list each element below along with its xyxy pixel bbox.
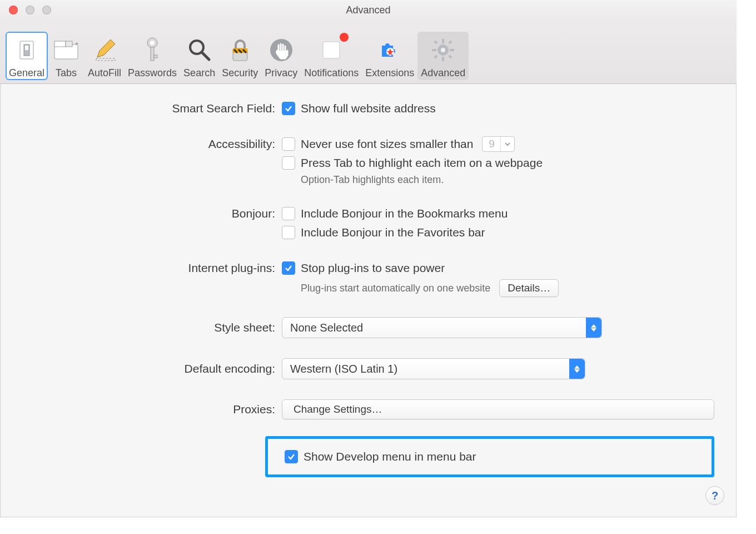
develop-menu-highlight: Show Develop menu in menu bar xyxy=(265,436,714,477)
bonjour-favorites-label: Include Bonjour in the Favorites bar xyxy=(301,225,485,240)
press-tab-checkbox[interactable] xyxy=(282,156,295,170)
min-font-size-checkbox[interactable] xyxy=(282,137,295,151)
min-font-size-stepper[interactable]: 9 xyxy=(482,136,515,152)
tabs-icon: + xyxy=(51,35,81,65)
toolbar-label: Privacy xyxy=(265,67,297,79)
advanced-pane: Smart Search Field: Show full website ad… xyxy=(0,84,737,504)
svg-rect-2 xyxy=(25,46,28,50)
svg-rect-21 xyxy=(323,42,340,58)
note-icon xyxy=(316,35,346,65)
svg-rect-31 xyxy=(449,40,452,44)
svg-rect-28 xyxy=(450,49,454,51)
option-tab-note: Option-Tab highlights each item. xyxy=(282,174,714,186)
svg-rect-32 xyxy=(434,55,438,58)
plugins-label: Internet plug-ins: xyxy=(22,260,282,276)
min-font-size-label: Never use font sizes smaller than xyxy=(301,136,473,152)
toolbar-privacy[interactable]: Privacy xyxy=(261,32,301,80)
svg-rect-30 xyxy=(449,55,452,58)
puzzle-icon xyxy=(375,35,405,65)
show-develop-menu-checkbox[interactable] xyxy=(285,450,298,463)
toolbar-label: Passwords xyxy=(128,67,177,79)
stylesheet-value: None Selected xyxy=(290,322,363,334)
svg-point-24 xyxy=(441,48,445,52)
svg-rect-4 xyxy=(54,41,66,47)
proxies-label: Proxies: xyxy=(22,402,282,417)
chevron-down-icon xyxy=(500,137,514,151)
toolbar-label: Extensions xyxy=(365,67,414,79)
encoding-select[interactable]: Western (ISO Latin 1) xyxy=(282,358,585,379)
select-stepper-icon xyxy=(569,359,585,379)
min-font-size-value: 9 xyxy=(483,137,500,151)
encoding-label: Default encoding: xyxy=(22,361,282,377)
bonjour-bookmarks-checkbox[interactable] xyxy=(282,207,295,220)
toolbar-search[interactable]: Search xyxy=(180,32,218,80)
lock-icon xyxy=(225,35,255,65)
notification-badge-icon xyxy=(340,33,349,42)
svg-rect-29 xyxy=(434,40,438,44)
change-proxies-button[interactable]: Change Settings… xyxy=(282,399,714,419)
svg-rect-25 xyxy=(442,39,444,43)
show-full-address-label: Show full website address xyxy=(301,101,436,116)
svg-point-10 xyxy=(150,41,155,45)
svg-text:+: + xyxy=(75,40,78,47)
stylesheet-select[interactable]: None Selected xyxy=(282,317,602,338)
toolbar-label: AutoFill xyxy=(88,67,121,79)
plugin-details-button[interactable]: Details… xyxy=(499,279,559,297)
toolbar-passwords[interactable]: Passwords xyxy=(125,32,180,80)
key-icon xyxy=(137,35,167,65)
press-tab-label: Press Tab to highlight each item on a we… xyxy=(301,155,543,171)
accessibility-label: Accessibility: xyxy=(22,136,282,152)
toolbar-tabs[interactable]: + Tabs xyxy=(48,32,84,80)
stop-plugins-checkbox[interactable] xyxy=(282,261,295,275)
toolbar-general[interactable]: General xyxy=(6,32,48,80)
svg-rect-27 xyxy=(432,49,436,51)
toolbar-label: Security xyxy=(222,67,258,79)
gear-icon xyxy=(428,35,458,65)
toolbar-notifications[interactable]: Notifications xyxy=(301,32,362,80)
help-button[interactable]: ? xyxy=(705,486,724,505)
window-title: Advanced xyxy=(0,4,737,16)
toolbar-autofill[interactable]: AutoFill xyxy=(84,32,125,80)
hand-circle-icon xyxy=(266,35,296,65)
stop-plugins-label: Stop plug-ins to save power xyxy=(301,260,445,276)
select-stepper-icon xyxy=(586,318,601,338)
bonjour-bookmarks-label: Include Bonjour in the Bookmarks menu xyxy=(301,206,508,221)
svg-line-14 xyxy=(202,52,209,60)
show-develop-menu-label: Show Develop menu in menu bar xyxy=(304,449,476,464)
switch-icon xyxy=(12,35,42,65)
toolbar-extensions[interactable]: Extensions xyxy=(362,32,417,80)
titlebar: Advanced xyxy=(0,0,737,20)
bonjour-favorites-checkbox[interactable] xyxy=(282,226,295,239)
bonjour-label: Bonjour: xyxy=(22,206,282,221)
svg-rect-11 xyxy=(151,47,154,61)
plugins-auto-note: Plug-ins start automatically on one webs… xyxy=(301,283,490,294)
toolbar-label: Notifications xyxy=(304,67,359,79)
toolbar-advanced[interactable]: Advanced xyxy=(417,32,469,80)
show-full-address-checkbox[interactable] xyxy=(282,102,295,115)
svg-marker-7 xyxy=(97,39,115,57)
preferences-toolbar: General + Tabs AutoFill Passwords Search xyxy=(0,20,737,84)
stylesheet-label: Style sheet: xyxy=(22,320,282,335)
svg-rect-12 xyxy=(154,55,157,58)
pencil-icon xyxy=(89,35,120,65)
smart-search-label: Smart Search Field: xyxy=(22,101,282,116)
svg-rect-5 xyxy=(66,41,72,47)
toolbar-security[interactable]: Security xyxy=(218,32,261,80)
toolbar-label: Search xyxy=(183,67,215,79)
magnifier-icon xyxy=(185,35,215,65)
encoding-value: Western (ISO Latin 1) xyxy=(290,363,397,375)
toolbar-label: Tabs xyxy=(56,67,77,79)
svg-rect-26 xyxy=(442,57,444,61)
toolbar-label: Advanced xyxy=(421,67,465,79)
svg-rect-8 xyxy=(96,58,115,61)
toolbar-label: General xyxy=(9,67,44,79)
preferences-window: Advanced General + Tabs AutoFill Passwor… xyxy=(0,0,737,517)
